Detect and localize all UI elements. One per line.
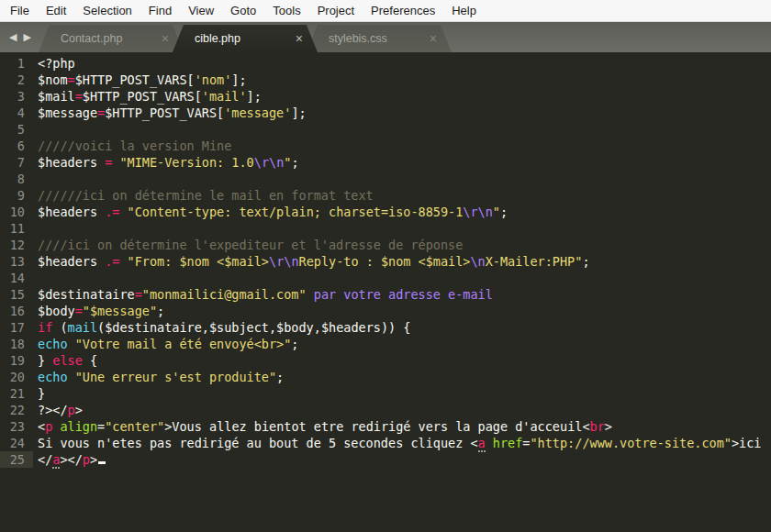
code-line-4[interactable]: 4$message=$HTTP_POST_VARS['message'];: [0, 105, 771, 121]
close-icon[interactable]: ×: [296, 32, 303, 45]
code-segment: //////ici on détermine le mail en format…: [38, 188, 374, 203]
code-segment: 'mail': [202, 89, 247, 104]
code-segment: echo: [38, 370, 68, 384]
code-line-25[interactable]: 25</a></p>: [0, 451, 771, 468]
code-segment: "Une erreur s'est produite": [75, 370, 276, 384]
menu-tools[interactable]: Tools: [264, 0, 308, 21]
line-number: 21: [0, 385, 33, 402]
code-text: //////ici on détermine le mail en format…: [33, 187, 374, 204]
code-text: ?></p>: [33, 402, 83, 418]
code-segment: >: [605, 419, 612, 434]
code-segment: \n: [470, 254, 485, 269]
code-line-20[interactable]: 20echo "Une erreur s'est produite";: [0, 369, 771, 385]
line-number: 17: [0, 319, 33, 336]
code-segment: <?php: [38, 56, 75, 71]
code-line-5[interactable]: 5: [0, 121, 771, 138]
tab-contact.php[interactable]: Contact.php×: [39, 25, 184, 52]
forward-icon[interactable]: ▶: [23, 32, 30, 42]
code-line-14[interactable]: 14: [0, 270, 771, 286]
code-segment: $HTTP_POST_VARS[: [83, 89, 202, 104]
line-number: 13: [0, 253, 33, 270]
line-number: 19: [0, 352, 33, 369]
menu-find[interactable]: Find: [140, 0, 180, 21]
code-segment: $headers: [38, 205, 105, 219]
code-segment: "MIME-Version: 1.0: [119, 155, 253, 170]
code-segment: 'nom': [195, 72, 232, 87]
menu-view[interactable]: View: [180, 0, 222, 21]
code-line-11[interactable]: 11: [0, 220, 771, 237]
code-segment: >ici: [732, 436, 762, 450]
code-segment: X-Mailer:PHP": [486, 254, 583, 269]
code-segment: [486, 436, 493, 450]
code-segment: ;: [157, 304, 164, 318]
code-segment: ": [493, 205, 500, 219]
code-segment: if: [38, 320, 52, 335]
menu-goto[interactable]: Goto: [222, 0, 264, 21]
code-segment: }: [38, 386, 45, 401]
code-line-3[interactable]: 3$mail=$HTTP_POST_VARS['mail'];: [0, 88, 771, 105]
code-line-9[interactable]: 9//////ici on détermine le mail en forma…: [0, 187, 771, 204]
line-number: 1: [0, 55, 33, 72]
code-segment: .=: [105, 205, 119, 219]
code-line-19[interactable]: 19} else {: [0, 352, 771, 369]
code-line-2[interactable]: 2$nom=$HTTP_POST_VARS['nom'];: [0, 72, 771, 88]
code-segment: $HTTP_POST_VARS[: [75, 72, 195, 87]
line-number: 22: [0, 402, 33, 418]
menu-file[interactable]: File: [2, 0, 38, 21]
code-line-17[interactable]: 17if (mail($destinataire,$subject,$body,…: [0, 319, 771, 336]
code-segment: \r\n: [269, 254, 299, 269]
close-icon[interactable]: ×: [162, 32, 169, 45]
code-segment: $message: [38, 105, 97, 120]
code-line-21[interactable]: 21}: [0, 385, 771, 402]
line-number: 18: [0, 336, 33, 352]
code-line-13[interactable]: 13$headers .= "From: $nom <$mail>\r\nRep…: [0, 253, 771, 270]
menu-project[interactable]: Project: [309, 0, 363, 21]
code-line-15[interactable]: 15$destinataire="monmailici@gmail.com" p…: [0, 286, 771, 303]
code-line-7[interactable]: 7$headers = "MIME-Version: 1.0\r\n";: [0, 154, 771, 171]
code-line-18[interactable]: 18echo "Votre mail a été envoyé<br>";: [0, 336, 771, 352]
code-segment: ;: [582, 254, 589, 269]
code-text: }: [33, 385, 45, 402]
code-segment: 'message': [224, 105, 291, 120]
line-number: 3: [0, 88, 33, 105]
code-line-12[interactable]: 12////ici on détermine l'expediteur et l…: [0, 237, 771, 253]
code-segment: "$message": [83, 304, 157, 318]
code-line-23[interactable]: 23<p align="center">Vous allez bientot e…: [0, 418, 771, 435]
code-segment: <: [38, 419, 45, 434]
tab-label: stylebis.css: [329, 32, 422, 45]
code-segment: "center": [105, 419, 164, 434]
line-number: 9: [0, 187, 33, 204]
code-editor[interactable]: 1<?php2$nom=$HTTP_POST_VARS['nom'];3$mai…: [0, 52, 771, 468]
menu-help[interactable]: Help: [443, 0, 485, 21]
line-number: 24: [0, 435, 33, 451]
code-line-8[interactable]: 8: [0, 171, 771, 187]
back-icon[interactable]: ◀: [9, 32, 17, 42]
code-line-6[interactable]: 6/////voici la version Mine: [0, 138, 771, 154]
code-segment: }: [38, 353, 52, 368]
menu-selection[interactable]: Selection: [74, 0, 140, 21]
code-line-16[interactable]: 16$body="$message";: [0, 303, 771, 319]
code-segment: ];: [231, 72, 246, 87]
code-text: ////ici on détermine l'expediteur et l'a…: [33, 237, 463, 253]
code-segment: >: [90, 452, 97, 467]
code-line-10[interactable]: 10$headers .= "Content-type: text/plain;…: [0, 204, 771, 220]
code-segment: [68, 337, 75, 351]
code-text: $nom=$HTTP_POST_VARS['nom'];: [33, 72, 247, 88]
code-line-22[interactable]: 22?></p>: [0, 402, 771, 418]
code-line-24[interactable]: 24Si vous n'etes pas redirigé au bout de…: [0, 435, 771, 451]
tab-stylebis.css[interactable]: stylebis.css×: [307, 25, 452, 52]
menu-preferences[interactable]: Preferences: [363, 0, 443, 21]
code-text: /////voici la version Mine: [33, 138, 231, 154]
code-text: [33, 121, 38, 138]
code-segment: br: [590, 419, 605, 434]
tab-cible.php[interactable]: cible.php×: [173, 25, 318, 52]
code-line-1[interactable]: 1<?php: [0, 55, 771, 72]
line-number: 23: [0, 418, 33, 435]
menu-edit[interactable]: Edit: [38, 0, 74, 21]
code-segment: [119, 205, 127, 219]
code-segment: "http://www.votre-site.com": [530, 436, 731, 450]
code-segment: =: [135, 287, 142, 302]
tab-bar: ◀ ▶ Contact.php×cible.php×stylebis.css×: [0, 22, 771, 52]
code-segment: [68, 370, 75, 384]
close-icon[interactable]: ×: [430, 32, 437, 45]
